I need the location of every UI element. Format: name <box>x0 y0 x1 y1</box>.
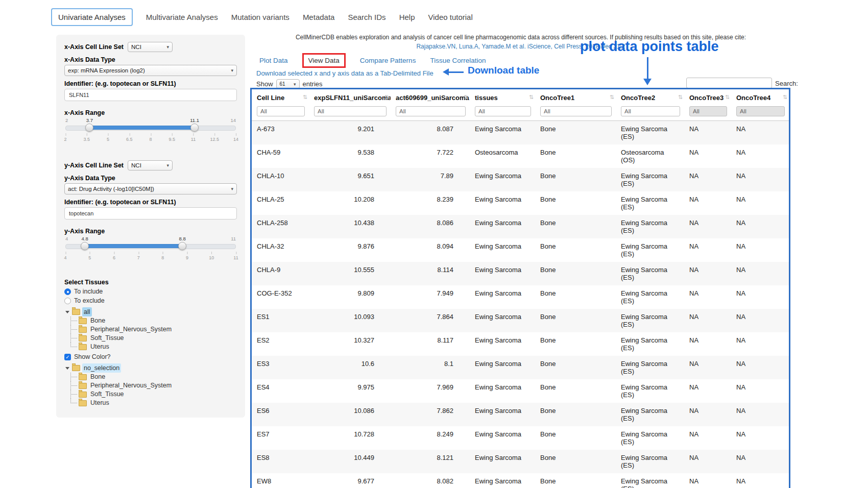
col-header-tissues[interactable]: tissues⇅ <box>470 89 535 105</box>
table-row[interactable]: EW89.6778.082Ewing SarcomaBoneEwing Sarc… <box>252 473 789 488</box>
table-cell: Ewing Sarcoma (ES) <box>616 121 684 145</box>
sort-icon[interactable]: ⇅ <box>529 94 534 101</box>
nav-univariate-analyses[interactable]: Univariate Analyses <box>51 8 133 26</box>
table-cell: 9.876 <box>309 238 391 262</box>
slider-selected-bar[interactable] <box>89 126 195 130</box>
tree-root-no-selection[interactable]: no_selection <box>65 363 237 373</box>
nav-search-ids[interactable]: Search IDs <box>348 13 385 21</box>
table-row[interactable]: ES310.68.1Ewing SarcomaBoneEwing Sarcoma… <box>252 356 789 379</box>
radio-icon[interactable] <box>64 288 71 295</box>
slider-handle-high[interactable] <box>178 242 186 250</box>
table-cell: Ewing Sarcoma <box>470 426 535 450</box>
tree-node-bone[interactable]: Bone <box>70 373 237 381</box>
table-row[interactable]: COG-E-3529.8097.949Ewing SarcomaBoneEwin… <box>252 285 789 309</box>
slider-min-label: 4 <box>65 236 68 241</box>
tab-compare-patterns[interactable]: Compare Patterns <box>360 57 416 64</box>
nav-multivariate-analyses[interactable]: Multivariate Analyses <box>146 13 218 21</box>
tree-node-peripheral-nervous-system[interactable]: Peripheral_Nervous_System <box>70 381 237 390</box>
y-cell-line-set-label: y-Axis Cell Line Set <box>64 162 124 169</box>
table-cell: 10.438 <box>309 215 391 238</box>
column-filter-input[interactable] <box>540 106 612 116</box>
column-filter-input[interactable] <box>621 106 680 116</box>
tree-root-all[interactable]: all <box>65 307 237 316</box>
table-search-input[interactable] <box>686 78 772 88</box>
tree-node-uterus[interactable]: Uterus <box>70 399 237 407</box>
x-data-type-select[interactable]: exp: mRNA Expression (log2) ▾ <box>64 65 237 76</box>
column-filter-input[interactable] <box>314 106 387 116</box>
x-range-slider[interactable]: 2 14 3.7 11.1 2 3.5 5 6.5 8 9.5 11 12.5 … <box>65 117 236 146</box>
show-color-row[interactable]: ✓ Show Color? <box>64 353 237 360</box>
sort-icon[interactable]: ⇅ <box>384 94 389 101</box>
table-row[interactable]: CHLA-25810.4388.086Ewing SarcomaBoneEwin… <box>252 215 789 238</box>
col-header-oncotree3[interactable]: OncoTree3⇅ <box>684 89 731 105</box>
y-cell-line-set-select[interactable]: NCI ▾ <box>128 160 173 170</box>
x-identifier-input[interactable] <box>64 89 237 101</box>
table-row[interactable]: ES610.0867.862Ewing SarcomaBoneEwing Sar… <box>252 403 789 426</box>
table-row[interactable]: CHLA-910.5558.114Ewing SarcomaBoneEwing … <box>252 262 789 285</box>
y-range-slider[interactable]: 4 11 4.8 8.8 4 5 6 7 8 9 10 11 <box>65 236 236 264</box>
tab-plot-data[interactable]: Plot Data <box>259 57 288 64</box>
tree-node-soft-tissue[interactable]: Soft_Tissue <box>70 334 237 343</box>
caret-down-icon[interactable] <box>65 311 69 313</box>
y-identifier-input[interactable] <box>64 207 237 219</box>
column-filter-input[interactable] <box>475 106 531 116</box>
slider-handle-low[interactable] <box>81 242 89 250</box>
y-data-type-select[interactable]: act: Drug Activity (-log10[IC50M]) ▾ <box>64 183 237 194</box>
table-row[interactable]: CHLA-109.6517.89Ewing SarcomaBoneEwing S… <box>252 168 789 191</box>
slider-tick-label: 14 <box>233 137 238 142</box>
table-row[interactable]: CHA-599.5387.722OsteosarcomaBoneOsteosar… <box>252 144 789 168</box>
nav-video-tutorial[interactable]: Video tutorial <box>428 13 472 21</box>
col-header-cell-line[interactable]: Cell Line⇅ <box>252 89 309 105</box>
table-row[interactable]: ES210.3278.117Ewing SarcomaBoneEwing Sar… <box>252 332 789 356</box>
col-header-oncotree1[interactable]: OncoTree1⇅ <box>535 89 616 105</box>
nav-metadata[interactable]: Metadata <box>303 13 335 21</box>
tab-tissue-correlation[interactable]: Tissue Correlation <box>430 57 486 64</box>
sort-icon[interactable]: ⇅ <box>464 94 468 101</box>
table-row[interactable]: ES49.9757.969Ewing SarcomaBoneEwing Sarc… <box>252 379 789 403</box>
column-filter-input[interactable] <box>736 106 785 116</box>
col-header-act[interactable]: act609699_uniSarcoma⇅ <box>391 89 470 105</box>
table-cell: 8.249 <box>391 426 470 450</box>
table-cell: NA <box>731 473 789 488</box>
slider-tick-label: 4 <box>64 255 66 260</box>
nav-help[interactable]: Help <box>399 13 415 21</box>
tree-node-peripheral-nervous-system[interactable]: Peripheral_Nervous_System <box>70 325 237 334</box>
table-cell: 7.949 <box>391 285 470 309</box>
tree-node-no-selection[interactable]: no_selection <box>82 363 121 373</box>
table-row[interactable]: ES810.4498.121Ewing SarcomaBoneEwing Sar… <box>252 450 789 473</box>
sort-icon[interactable]: ⇅ <box>725 94 730 101</box>
radio-icon[interactable] <box>64 298 71 304</box>
tab-view-data[interactable]: View Data <box>308 57 340 64</box>
sort-icon[interactable]: ⇅ <box>783 94 787 101</box>
tree-node-uterus[interactable]: Uterus <box>70 343 237 351</box>
show-color-checkbox[interactable]: ✓ <box>64 354 71 360</box>
col-header-oncotree4[interactable]: OncoTree4⇅ <box>731 89 789 105</box>
column-filter-input[interactable] <box>396 106 466 116</box>
column-filter-input[interactable] <box>257 106 305 116</box>
tree-node-bone[interactable]: Bone <box>70 316 237 325</box>
table-row[interactable]: CHLA-2510.2088.239Ewing SarcomaBoneEwing… <box>252 191 789 215</box>
sort-icon[interactable]: ⇅ <box>610 94 614 101</box>
nav-mutation-variants[interactable]: Mutation variants <box>231 13 290 21</box>
sort-icon[interactable]: ⇅ <box>303 94 307 101</box>
caret-down-icon[interactable] <box>65 367 69 370</box>
col-header-exp[interactable]: expSLFN11_uniSarcoma⇅ <box>309 89 391 105</box>
radio-to-include[interactable]: To include <box>64 288 237 295</box>
table-cell: 8.114 <box>391 262 470 285</box>
tree-node-soft-tissue[interactable]: Soft_Tissue <box>70 390 237 399</box>
col-header-oncotree2[interactable]: OncoTree2⇅ <box>616 89 684 105</box>
x-cell-line-set-select[interactable]: NCI ▾ <box>128 42 173 52</box>
table-row[interactable]: ES710.7288.249Ewing SarcomaBoneEwing Sar… <box>252 426 789 450</box>
column-filter-input[interactable] <box>689 106 727 116</box>
download-data-link[interactable]: Download selected x and y axis data as a… <box>256 69 433 77</box>
table-row[interactable]: ES110.0937.864Ewing SarcomaBoneEwing Sar… <box>252 309 789 332</box>
radio-to-exclude[interactable]: To exclude <box>64 297 237 304</box>
table-cell: 10.086 <box>309 403 391 426</box>
slider-selected-bar[interactable] <box>85 244 182 248</box>
table-row[interactable]: A-6739.2018.087Ewing SarcomaBoneEwing Sa… <box>252 121 789 145</box>
sort-icon[interactable]: ⇅ <box>678 94 683 101</box>
annotation-arrow-down-head <box>643 79 652 85</box>
table-row[interactable]: CHLA-329.8768.094Ewing SarcomaBoneEwing … <box>252 238 789 262</box>
tree-node-all[interactable]: all <box>82 307 92 316</box>
filter-cell <box>309 105 391 121</box>
